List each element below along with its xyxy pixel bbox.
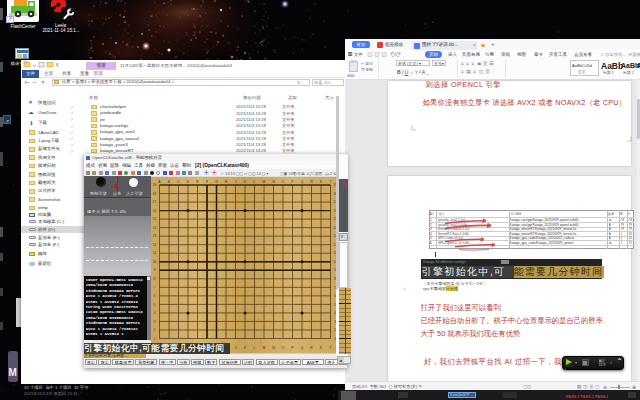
svg-text:L: L [253, 180, 255, 184]
svg-text:J: J [234, 180, 236, 184]
svg-text:14: 14 [152, 226, 156, 230]
svg-text:12: 12 [152, 243, 156, 247]
svg-text:L: L [253, 346, 255, 350]
svg-text:T: T [329, 180, 331, 184]
svg-text:G: G [215, 180, 218, 184]
svg-text:O: O [281, 346, 284, 350]
svg-text:13: 13 [152, 234, 156, 238]
svg-text:15: 15 [152, 217, 156, 221]
svg-text:M: M [262, 346, 265, 350]
svg-text:11: 11 [152, 251, 155, 255]
svg-text:Q: Q [300, 180, 303, 184]
svg-text:M: M [262, 180, 265, 184]
svg-text:19: 19 [152, 183, 156, 187]
svg-text:17: 17 [152, 200, 156, 204]
svg-text:J: J [234, 346, 236, 350]
svg-text:Q: Q [300, 346, 303, 350]
svg-text:T: T [329, 346, 331, 350]
svg-text:F: F [205, 180, 207, 184]
svg-text:10: 10 [152, 260, 156, 264]
svg-text:O: O [281, 180, 284, 184]
svg-text:16: 16 [152, 209, 156, 213]
svg-text:18: 18 [152, 192, 156, 196]
